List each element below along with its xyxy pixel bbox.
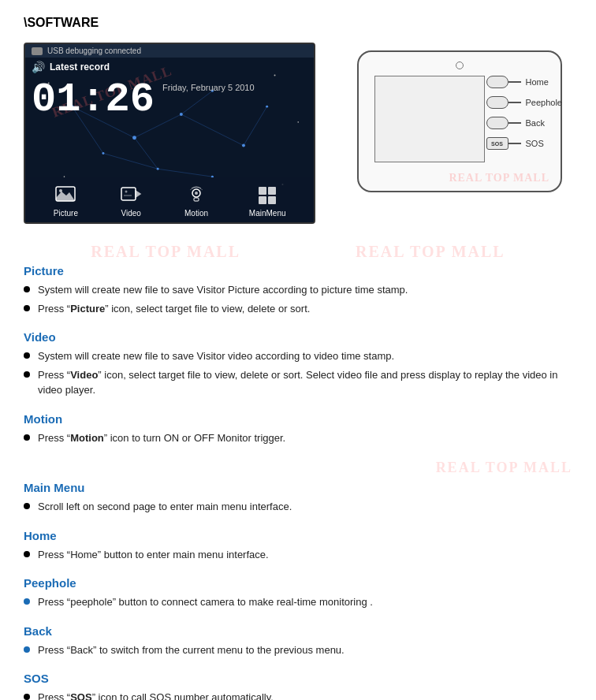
sos-button[interactable]: SOS — [486, 137, 508, 150]
back-line — [508, 122, 521, 124]
svg-rect-34 — [259, 187, 266, 195]
video-icon — [118, 182, 143, 207]
svg-line-8 — [158, 169, 212, 177]
home-button-row: Home — [486, 76, 563, 88]
screen-icon-video[interactable]: Video — [118, 182, 143, 218]
mainmenu-title: Main Menu — [24, 481, 572, 494]
bullet-dot-7 — [24, 551, 30, 557]
home-line — [508, 81, 521, 83]
back-button-row: Back — [486, 117, 563, 129]
svg-point-14 — [157, 168, 159, 170]
status-text: USB debugging connected — [47, 47, 141, 55]
watermark-right: REAL TOP MALL — [24, 460, 572, 476]
home-btn-label: Home — [526, 77, 549, 87]
svg-point-15 — [102, 152, 104, 155]
peephole-button[interactable] — [486, 96, 508, 109]
bullet-dot-8 — [24, 598, 30, 605]
video-label: Video — [121, 209, 141, 218]
bullet-dot-3 — [24, 352, 30, 359]
motion-bullet-1: Press “Motion” icon to turn ON or OFF Mo… — [24, 430, 572, 446]
svg-marker-28 — [136, 191, 140, 197]
picture-text-1: System will create new file to save Visi… — [38, 282, 408, 298]
bullet-dot-6 — [24, 503, 30, 509]
svg-marker-25 — [56, 192, 75, 201]
latest-record-label: Latest record — [50, 61, 110, 73]
back-text-1: Press “Back” to switch from the current … — [38, 642, 345, 658]
svg-line-4 — [134, 138, 158, 169]
picture-text-2: Press “Picture” icon, select target file… — [38, 301, 310, 317]
svg-point-32 — [195, 192, 198, 195]
back-btn-label: Back — [526, 118, 545, 128]
sos-text-1: Press “SOS” icon to call SOS number auto… — [38, 690, 274, 700]
section-back: Back Press “Back” to switch from the cur… — [24, 624, 572, 658]
device-buttons: Home Peephole Back — [486, 76, 563, 150]
device-camera — [456, 61, 464, 69]
motion-bullets: Press “Motion” icon to turn ON or OFF Mo… — [24, 430, 572, 446]
peephole-text-1: Press “peephole” button to connect camer… — [38, 594, 373, 610]
back-button[interactable] — [486, 117, 508, 129]
back-bullet-1: Press “Back” to switch from the current … — [24, 642, 572, 658]
picture-title: Picture — [24, 264, 572, 277]
video-title: Video — [24, 330, 572, 344]
mainmenu-text-1: Scroll left on second page to enter main… — [38, 499, 292, 515]
picture-bullet-2: Press “Picture” icon, select target file… — [24, 301, 572, 317]
picture-label: Picture — [54, 209, 78, 218]
screen-bottom-icons: Picture Video — [25, 177, 314, 222]
page-title: \SOFTWARE — [24, 16, 572, 30]
svg-rect-37 — [268, 196, 276, 204]
screen-icon-motion[interactable]: Motion — [184, 182, 209, 218]
picture-bullet-1: System will create new file to save Visi… — [24, 282, 572, 298]
home-bullet-1: Press “Home” button to enter main menu i… — [24, 547, 572, 563]
device-watermark: REAL TOP MALL — [449, 172, 549, 184]
section-peephole: Peephole Press “peephole” button to conn… — [24, 576, 572, 610]
speaker-icon: 🔊 — [32, 61, 45, 73]
status-bar: USB debugging connected — [25, 44, 314, 58]
home-button[interactable] — [486, 76, 508, 88]
section-sos: SOS Press “SOS” icon to call SOS number … — [24, 672, 572, 700]
video-bullet-2: Press “Video” icon, select target file t… — [24, 367, 572, 398]
picture-bullets: System will create new file to save Visi… — [24, 282, 572, 316]
sos-btn-label: SOS — [526, 139, 544, 148]
device-diagram: Home Peephole Back — [347, 43, 572, 192]
peephole-button-row: Peephole — [486, 96, 563, 109]
video-bullet-1: System will create new file to save Visi… — [24, 348, 572, 364]
motion-text-1: Press “Motion” icon to turn ON or OFF Mo… — [38, 430, 285, 446]
video-text-1: System will create new file to save Visi… — [38, 348, 394, 364]
time-display: 01:26 — [32, 80, 155, 121]
bullet-dot-1 — [24, 286, 30, 292]
device-screen-rect — [374, 76, 485, 162]
svg-point-13 — [242, 144, 245, 147]
peephole-bullet-1: Press “peephole” button to connect camer… — [24, 594, 572, 610]
screen-icon-mainmenu[interactable]: MainMenu — [249, 182, 286, 218]
section-video: Video System will create new file to sav… — [24, 330, 572, 398]
svg-point-21 — [297, 121, 299, 123]
svg-rect-27 — [121, 188, 136, 200]
screen-header: 🔊 Latest record — [25, 58, 314, 76]
svg-point-26 — [59, 189, 62, 192]
peephole-btn-label: Peephole — [526, 98, 563, 107]
mainmenu-bullets: Scroll left on second page to enter main… — [24, 499, 572, 515]
section-motion: Motion Press “Motion” icon to turn ON or… — [24, 412, 572, 446]
motion-title: Motion — [24, 412, 572, 426]
picture-icon — [53, 182, 78, 207]
usb-icon — [32, 47, 43, 55]
bullet-dot-5 — [24, 434, 30, 441]
svg-rect-33 — [194, 198, 199, 201]
bullet-dot-10 — [24, 694, 30, 700]
peephole-title: Peephole — [24, 576, 572, 590]
section-picture: Picture System will create new file to s… — [24, 264, 572, 316]
sos-title: SOS — [24, 672, 572, 685]
svg-line-9 — [103, 153, 158, 169]
video-text-2: Press “Video” icon, select target file t… — [38, 367, 572, 398]
sos-bullets: Press “SOS” icon to call SOS number auto… — [24, 690, 572, 700]
screen-icon-picture[interactable]: Picture — [53, 182, 78, 218]
bullet-dot-9 — [24, 646, 30, 653]
svg-point-29 — [125, 191, 128, 193]
svg-point-11 — [132, 136, 136, 140]
motion-icon — [184, 182, 209, 207]
bullet-dot-2 — [24, 305, 30, 311]
section-home: Home Press “Home” button to enter main m… — [24, 529, 572, 563]
section-mainmenu: Main Menu Scroll left on second page to … — [24, 481, 572, 515]
peephole-line — [508, 102, 521, 103]
svg-rect-35 — [268, 187, 276, 195]
